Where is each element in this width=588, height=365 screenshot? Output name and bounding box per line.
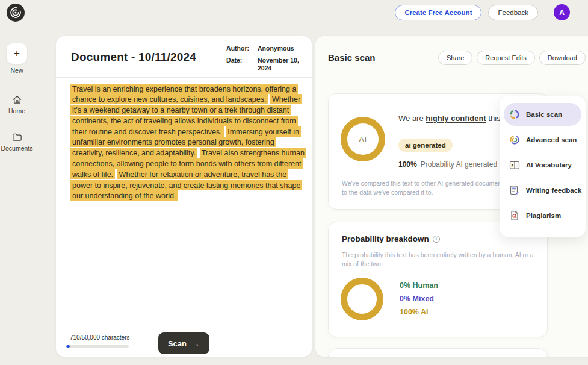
writing-feedback-icon — [509, 185, 520, 196]
date-label: Date: — [226, 57, 249, 72]
create-free-account-button[interactable]: Create Free Account — [395, 5, 481, 20]
breakdown-legend: 0% Human 0% Mixed 100% AI — [400, 281, 438, 316]
document-title: Document - 10/11/2024 — [71, 51, 196, 64]
menu-item-label: Advanced scan — [526, 136, 577, 143]
plagiarism-icon: a — [509, 210, 520, 221]
ai-generated-badge: ai generated — [398, 139, 453, 152]
character-count: 710/50,000 characters — [70, 334, 130, 341]
document-meta: Author: Anonymous Date: November 10, 202… — [226, 45, 302, 72]
home-icon — [11, 94, 23, 105]
verdict-emphasis: highly confident — [426, 114, 486, 123]
menu-item-basic-scan[interactable]: Basic scan — [504, 103, 581, 126]
share-button[interactable]: Share — [438, 51, 472, 65]
feedback-button[interactable]: Feedback — [488, 5, 538, 20]
copyleaks-logo-icon — [9, 6, 22, 19]
basic-scan-icon — [509, 109, 520, 120]
ai-vocabulary-icon — [509, 160, 520, 170]
menu-item-label: AI Vocabulary — [526, 161, 572, 169]
plus-icon[interactable]: + — [7, 43, 27, 64]
arrow-right-icon: → — [191, 338, 200, 348]
sidebar-item-home[interactable]: Home — [0, 94, 34, 114]
document-panel: Document - 10/11/2024 Author: Anonymous … — [56, 36, 312, 357]
sidebar-home-label: Home — [8, 107, 25, 114]
date-value: November 10, 2024 — [258, 57, 302, 72]
request-edits-button[interactable]: Request Edits — [477, 51, 534, 65]
menu-item-ai-vocabulary[interactable]: AI Vocabulary — [504, 154, 581, 176]
scan-button-label: Scan — [168, 339, 187, 348]
legend-human: 0% Human — [400, 281, 438, 290]
probability-line: 100% Probability AI generated i — [398, 160, 507, 169]
character-progress-fill — [66, 345, 70, 348]
download-button[interactable]: Download — [539, 51, 586, 65]
menu-item-writing-feedback[interactable]: Writing feedback — [504, 179, 581, 202]
results-actions: Share Request Edits Download — [438, 51, 586, 65]
sidebar-item-documents[interactable]: Documents — [0, 131, 34, 152]
breakdown-description: The probability this text has been entir… — [342, 251, 543, 269]
breakdown-donut-chart — [341, 278, 383, 320]
sidebar-documents-label: Documents — [1, 145, 32, 152]
menu-item-advanced-scan[interactable]: Advanced scan — [504, 128, 581, 151]
menu-item-label: Basic scan — [526, 111, 562, 118]
verdict-lead: We are — [398, 114, 426, 123]
results-header-divider — [315, 86, 588, 86]
ai-ring-gauge: AI — [341, 117, 385, 161]
scan-button[interactable]: Scan → — [158, 332, 209, 354]
breakdown-title-text: Probability breakdown — [342, 234, 429, 243]
results-title: Basic scan — [328, 52, 375, 63]
sidebar-new-label: New — [10, 67, 23, 74]
highlighted-sentence: Travel is an enriching experience that b… — [70, 84, 298, 105]
avatar[interactable]: A — [554, 4, 570, 20]
document-text[interactable]: Travel is an enriching experience that b… — [70, 84, 306, 202]
probability-value: 100% — [398, 160, 417, 169]
menu-item-plagiarism[interactable]: a Plagiarism — [504, 204, 581, 227]
probability-breakdown-card: Probability breakdown i The probability … — [328, 222, 548, 337]
app-logo[interactable] — [7, 4, 25, 22]
ai-ring-label: AI — [359, 135, 367, 144]
folder-icon — [11, 131, 23, 143]
breakdown-title: Probability breakdown i — [342, 234, 440, 243]
scan-type-menu: Basic scan Advanced scan AI Vocabulary — [500, 96, 586, 237]
probability-text: Probability AI generated — [421, 160, 497, 169]
author-value: Anonymous — [258, 45, 302, 52]
sidebar-item-new[interactable]: + New — [0, 43, 34, 74]
advanced-scan-icon — [509, 134, 520, 145]
info-icon[interactable]: i — [433, 236, 440, 243]
character-progress-bar — [66, 345, 129, 348]
document-header-divider — [56, 77, 312, 78]
legend-mixed: 0% Mixed — [400, 295, 438, 303]
author-label: Author: — [226, 45, 249, 52]
next-card-peek — [328, 348, 548, 357]
menu-item-label: Plagiarism — [526, 212, 561, 219]
legend-ai: 100% AI — [400, 308, 438, 316]
topbar-actions: Create Free Account Feedback A — [395, 4, 570, 20]
menu-item-label: Writing feedback — [526, 187, 581, 194]
